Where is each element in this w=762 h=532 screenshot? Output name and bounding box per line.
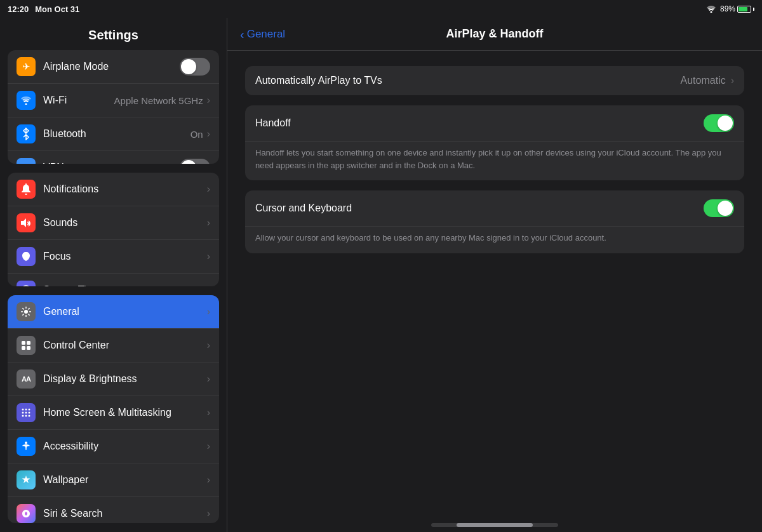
screentime-icon	[17, 281, 36, 286]
scroll-indicator	[431, 523, 558, 527]
wallpaper-icon	[17, 470, 36, 489]
sounds-icon	[17, 213, 36, 232]
handoff-row: Handoff	[245, 105, 744, 142]
sidebar-item-bluetooth[interactable]: Bluetooth On ›	[8, 117, 219, 151]
airplay-tvs-chevron: ›	[731, 75, 734, 86]
notifications-icon	[17, 180, 36, 199]
wifi-svg	[20, 96, 32, 105]
content-area: ‹ General AirPlay & Handoff Automaticall…	[227, 18, 762, 532]
back-label: General	[247, 28, 285, 41]
wifi-icon	[17, 91, 36, 110]
content-header: ‹ General AirPlay & Handoff	[227, 18, 762, 51]
screentime-chevron: ›	[207, 284, 210, 286]
sidebar-item-general[interactable]: General ›	[8, 295, 219, 329]
svg-point-8	[22, 409, 24, 411]
sidebar-item-siri[interactable]: Siri & Search ›	[8, 497, 219, 523]
svg-point-2	[22, 286, 30, 286]
handoff-toggle[interactable]	[704, 114, 734, 132]
sidebar-item-display[interactable]: AA Display & Brightness ›	[8, 362, 219, 396]
siri-chevron: ›	[207, 508, 210, 519]
airplane-toggle[interactable]	[180, 58, 210, 76]
svg-point-9	[25, 409, 27, 411]
back-chevron-icon: ‹	[240, 28, 244, 41]
svg-rect-5	[27, 341, 30, 345]
sidebar-item-wallpaper[interactable]: Wallpaper ›	[8, 463, 219, 497]
sidebar-item-notifications[interactable]: Notifications ›	[8, 173, 219, 206]
cursor-toggle[interactable]	[704, 199, 734, 217]
wifi-status-icon	[706, 5, 716, 13]
sidebar-item-screentime[interactable]: Screen Time ›	[8, 274, 219, 286]
sidebar-item-wifi[interactable]: Wi-Fi Apple Network 5GHz ›	[8, 84, 219, 117]
homescreen-icon	[17, 403, 36, 422]
focus-icon	[17, 247, 36, 266]
sidebar-group-connectivity: ✈ Airplane Mode Wi-Fi App	[8, 50, 219, 164]
vpn-label: VPN	[43, 162, 180, 164]
svg-point-16	[29, 415, 30, 417]
notifications-label: Notifications	[43, 183, 207, 195]
siri-icon	[17, 504, 36, 523]
accessibility-label: Accessibility	[43, 441, 207, 452]
svg-point-15	[25, 415, 27, 417]
svg-point-3	[24, 310, 28, 314]
vpn-toggle-knob	[181, 160, 196, 164]
wifi-label: Wi-Fi	[43, 95, 114, 106]
homescreen-label: Home Screen & Multitasking	[43, 407, 207, 418]
sounds-svg	[20, 218, 32, 228]
content-body: Automatically AirPlay to TVs Automatic ›…	[227, 51, 762, 523]
sidebar-title: Settings	[0, 18, 227, 50]
status-bar: 12:20 Mon Oct 31 89%	[0, 0, 762, 18]
cursor-row: Cursor and Keyboard	[245, 190, 744, 227]
sounds-chevron: ›	[207, 217, 210, 229]
cursor-label: Cursor and Keyboard	[255, 203, 704, 214]
handoff-toggle-knob	[718, 116, 733, 131]
sounds-label: Sounds	[43, 217, 207, 229]
sidebar-item-focus[interactable]: Focus ›	[8, 240, 219, 274]
sidebar-item-sounds[interactable]: Sounds ›	[8, 206, 219, 240]
back-button[interactable]: ‹ General	[240, 28, 285, 41]
airplane-icon: ✈	[17, 57, 36, 76]
airplay-tvs-value: Automatic	[681, 75, 726, 86]
svg-point-11	[22, 412, 24, 414]
controlcenter-icon	[17, 336, 36, 355]
bluetooth-svg	[22, 128, 30, 140]
airplane-label: Airplane Mode	[43, 61, 180, 72]
content-title: AirPlay & Handoff	[446, 27, 543, 41]
display-label: Display & Brightness	[43, 373, 207, 385]
sidebar-item-vpn[interactable]: VPN VPN	[8, 151, 219, 164]
sidebar-item-controlcenter[interactable]: Control Center ›	[8, 329, 219, 362]
vpn-toggle[interactable]	[180, 159, 210, 164]
wallpaper-label: Wallpaper	[43, 474, 207, 486]
airplay-card: Automatically AirPlay to TVs Automatic ›	[245, 66, 744, 95]
general-chevron: ›	[207, 306, 210, 317]
homescreen-chevron: ›	[207, 407, 210, 418]
focus-chevron: ›	[207, 251, 210, 262]
svg-point-13	[29, 412, 30, 414]
vpn-icon: VPN	[17, 158, 36, 164]
homescreen-svg	[21, 408, 31, 418]
controlcenter-label: Control Center	[43, 340, 207, 351]
cursor-card: Cursor and Keyboard Allow your cursor an…	[245, 190, 744, 253]
bluetooth-value: On	[190, 129, 203, 140]
bluetooth-label: Bluetooth	[43, 128, 190, 140]
bluetooth-icon	[17, 124, 36, 143]
main-layout: Settings ✈ Airplane Mode	[0, 18, 762, 532]
accessibility-icon	[17, 437, 36, 456]
status-bar-right: 89%	[706, 4, 754, 13]
sidebar-item-airplane[interactable]: ✈ Airplane Mode	[8, 50, 219, 84]
scroll-thumb	[457, 523, 533, 527]
siri-label: Siri & Search	[43, 508, 207, 519]
focus-svg	[21, 251, 31, 262]
airplay-tvs-label: Automatically AirPlay to TVs	[255, 75, 681, 86]
svg-rect-4	[22, 341, 25, 345]
svg-rect-7	[27, 346, 30, 350]
handoff-description: Handoff lets you start something on one …	[245, 142, 744, 180]
sidebar-group-settings: General › Control Center ›	[8, 295, 219, 523]
controlcenter-chevron: ›	[207, 340, 210, 351]
accessibility-svg	[21, 441, 31, 451]
status-time: 12:20	[8, 4, 29, 14]
airplay-tvs-row[interactable]: Automatically AirPlay to TVs Automatic ›	[245, 66, 744, 95]
general-label: General	[43, 306, 207, 317]
sidebar-item-homescreen[interactable]: Home Screen & Multitasking ›	[8, 396, 219, 430]
sidebar-item-accessibility[interactable]: Accessibility ›	[8, 430, 219, 463]
accessibility-chevron: ›	[207, 441, 210, 452]
